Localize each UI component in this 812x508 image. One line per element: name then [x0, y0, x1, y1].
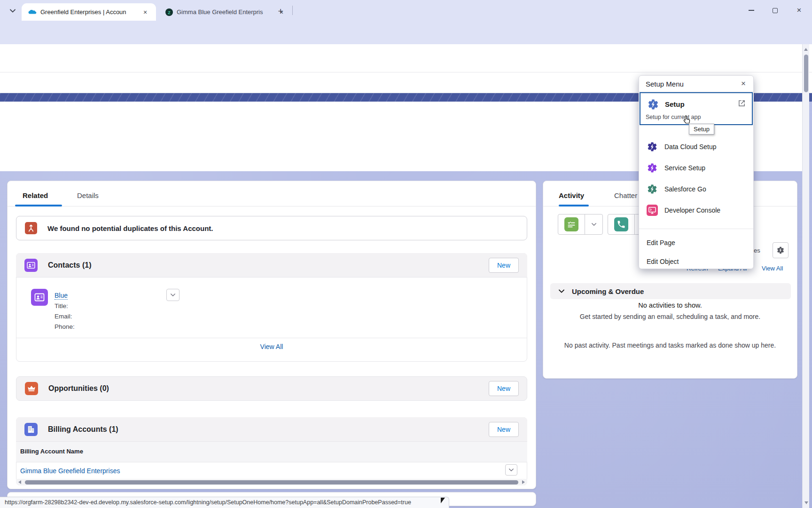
- setup-menu-item-edit-object[interactable]: Edit Object: [639, 253, 753, 270]
- tab-details[interactable]: Details: [77, 191, 99, 199]
- contact-row-icon: [31, 289, 48, 306]
- maximize-icon: [773, 8, 778, 13]
- new-tab-button[interactable]: +: [274, 5, 287, 17]
- setup-menu-item-salesforce-go[interactable]: Salesforce Go: [639, 178, 753, 199]
- setup-menu-item-setup[interactable]: Setup Setup for current app: [640, 92, 753, 125]
- status-url-text: https://orgfarm-28298b2342-dev-ed.develo…: [5, 499, 411, 506]
- opportunities-title[interactable]: Opportunities (0): [48, 384, 109, 393]
- scroll-down-arrow[interactable]: [804, 501, 808, 504]
- zuora-favicon-icon: Z: [165, 8, 173, 16]
- activity-settings-button[interactable]: [773, 242, 789, 258]
- salesforce-go-gear-icon: [647, 183, 658, 195]
- data-cloud-gear-icon: [647, 141, 658, 152]
- opportunities-new-button[interactable]: New: [489, 381, 519, 396]
- new-task-button-group: [558, 214, 603, 235]
- contacts-view-all-link[interactable]: View All: [8, 343, 536, 350]
- tab-chatter[interactable]: Chatter: [614, 191, 637, 199]
- setup-menu-panel: Setup Menu × Setup Setup for current app…: [639, 75, 754, 269]
- task-icon: [564, 217, 578, 231]
- window-close-button[interactable]: ×: [789, 3, 810, 18]
- no-past-activity-text: No past activity. Past meetings and task…: [543, 341, 797, 349]
- task-dropdown-button[interactable]: [585, 214, 602, 234]
- billing-table-header-row: [16, 441, 527, 462]
- chevron-down-icon: [10, 9, 16, 13]
- setup-item-label: Setup: [665, 100, 685, 108]
- setup-menu-item-data-cloud[interactable]: Data Cloud Setup: [639, 136, 753, 157]
- setup-menu-item-developer-console[interactable]: Developer Console: [639, 199, 753, 221]
- billing-new-button[interactable]: New: [489, 422, 519, 437]
- tab-divider: [292, 6, 293, 15]
- service-setup-gear-icon: [647, 162, 658, 174]
- setup-menu-title: Setup Menu: [646, 80, 684, 88]
- activity-tab-underline: [559, 205, 589, 206]
- screen: Greenfield Enterprises | Accoun × Z Gimm…: [0, 0, 812, 508]
- contacts-new-button[interactable]: New: [489, 258, 519, 273]
- contacts-title[interactable]: Contacts (1): [48, 261, 91, 270]
- duplicates-alert: We found no potential duplicates of this…: [16, 216, 527, 240]
- gear-icon: [776, 246, 785, 254]
- new-task-button[interactable]: [558, 214, 585, 234]
- chevron-down-icon: [509, 468, 514, 471]
- contact-phone-label: Phone:: [55, 323, 75, 330]
- setup-menu-close-icon[interactable]: ×: [738, 79, 749, 89]
- svg-text:Z: Z: [168, 10, 171, 15]
- duplicate-check-icon: [25, 222, 37, 234]
- setup-gear-icon: [647, 98, 659, 111]
- vertical-scrollbar-thumb[interactable]: [804, 55, 808, 92]
- horizontal-scrollbar[interactable]: [16, 479, 527, 485]
- tab-related[interactable]: Related: [23, 191, 48, 199]
- setup-menu-item-edit-page[interactable]: Edit Page: [639, 234, 753, 251]
- contact-title-label: Title:: [55, 302, 68, 310]
- vertical-scrollbar[interactable]: [802, 44, 809, 508]
- section-chevron-icon[interactable]: [559, 289, 564, 293]
- setup-menu-item-service-setup[interactable]: Service Setup: [639, 157, 753, 178]
- setup-tooltip: Setup: [689, 124, 714, 135]
- no-activities-text: No activities to show.: [543, 302, 797, 309]
- billing-column-header[interactable]: Billing Account Name: [20, 448, 83, 455]
- salesforce-global-header: + ?: [0, 44, 812, 72]
- chevron-down-icon: [592, 223, 596, 226]
- chevron-down-icon: [171, 294, 175, 296]
- window-minimize-button[interactable]: [741, 3, 762, 18]
- tab-search-button[interactable]: [7, 5, 19, 17]
- get-started-text: Get started by sending an email, schedul…: [543, 313, 797, 320]
- scroll-left-arrow[interactable]: [18, 480, 21, 484]
- browser-tab-inactive[interactable]: Z Gimma Blue Greefield Enterpris ×: [159, 3, 290, 21]
- opportunities-section-header[interactable]: Opportunities (0): [16, 376, 527, 401]
- activity-filter-fragment: es: [754, 247, 760, 254]
- contacts-icon: [24, 259, 38, 272]
- log-call-button[interactable]: [608, 214, 635, 234]
- horizontal-scrollbar-thumb[interactable]: [25, 480, 518, 484]
- billing-section-header[interactable]: Billing Accounts (1): [16, 417, 527, 441]
- tab-close-icon[interactable]: ×: [141, 8, 149, 16]
- hand-cursor-icon: [681, 114, 692, 126]
- scroll-right-arrow[interactable]: [522, 480, 525, 484]
- billing-row-link[interactable]: Gimma Blue Greefield Enterprises: [20, 467, 120, 475]
- browser-toolbar: orgfarm-28298b2342-dev-ed.develop.lightn…: [0, 21, 812, 44]
- minimize-icon: [749, 10, 754, 11]
- billing-row-actions-button[interactable]: [505, 464, 517, 476]
- window-maximize-button[interactable]: [765, 3, 786, 18]
- developer-console-icon: [647, 205, 658, 216]
- pointer-cursor-mark: [441, 498, 445, 503]
- setup-item-description: Setup for current app: [646, 114, 701, 120]
- scroll-up-arrow[interactable]: [804, 48, 808, 51]
- contact-email-label: Email:: [55, 313, 72, 320]
- contacts-section-header[interactable]: Contacts (1): [16, 253, 527, 278]
- browser-tab-active[interactable]: Greenfield Enterprises | Accoun ×: [22, 3, 156, 21]
- external-link-icon: [738, 99, 746, 107]
- contact-name-link[interactable]: Blue: [55, 292, 68, 300]
- related-panel-card: Related Details We found no potential du…: [7, 181, 536, 489]
- upcoming-overdue-header[interactable]: Upcoming & Overdue: [550, 283, 791, 299]
- billing-title[interactable]: Billing Accounts (1): [48, 425, 118, 434]
- browser-tab-bar: Greenfield Enterprises | Accoun × Z Gimm…: [0, 0, 812, 21]
- billing-accounts-icon: [24, 423, 38, 436]
- tab-title: Greenfield Enterprises | Accoun: [40, 8, 137, 16]
- opportunities-icon: [25, 382, 38, 395]
- salesforce-favicon-icon: [28, 9, 37, 15]
- tab-activity[interactable]: Activity: [559, 191, 584, 199]
- contact-row-actions-button[interactable]: [166, 289, 180, 301]
- tab-title: Gimma Blue Greefield Enterpris: [177, 8, 273, 16]
- view-all-link[interactable]: View All: [762, 265, 783, 272]
- active-tab-underline: [15, 205, 62, 206]
